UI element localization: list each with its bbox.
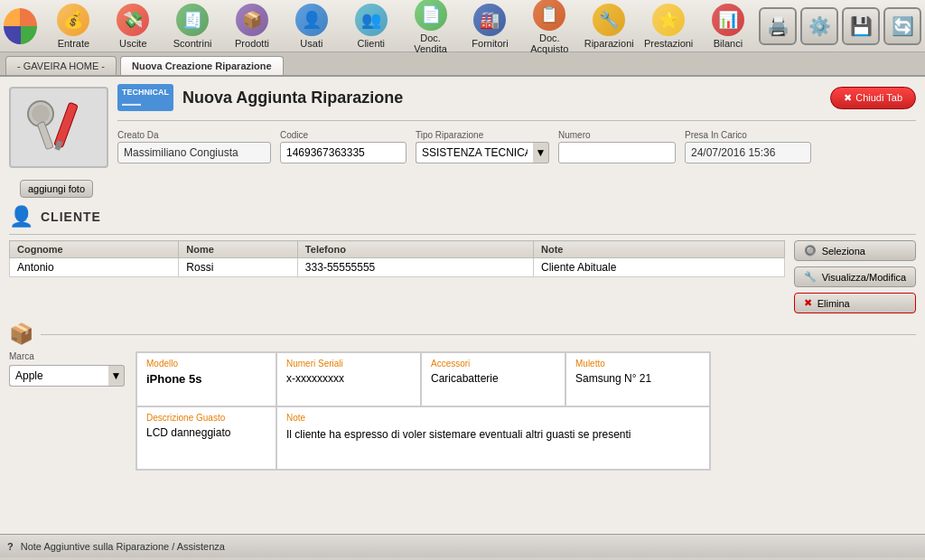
device-icon: 📦 xyxy=(9,322,33,346)
marca-dropdown-btn[interactable]: ▼ xyxy=(108,365,125,387)
add-photo-button[interactable]: aggiungi foto xyxy=(20,180,93,198)
tipo-riparazione-input[interactable] xyxy=(416,142,533,163)
technical-sub: ▬▬▬ xyxy=(122,99,169,109)
device-fields-grid: Modello iPhone 5s Numeri Seriali x-xxxxx… xyxy=(135,351,711,471)
note-cell: Note Il cliente ha espresso di voler sis… xyxy=(276,406,710,470)
print-button[interactable]: 🖨️ xyxy=(759,7,797,45)
riparazioni-label: Riparazioni xyxy=(584,38,634,49)
col-note: Note xyxy=(533,241,784,258)
seleziona-icon: 🔘 xyxy=(804,245,817,257)
wrench-screwdriver-icon xyxy=(23,96,95,159)
scontrini-label: Scontrini xyxy=(173,38,212,49)
save-button[interactable]: 💾 xyxy=(842,7,880,45)
toolbar-btn-entrate[interactable]: 💰 Entrate xyxy=(44,0,102,52)
close-tab-btn[interactable]: ✖ Chiudi Tab xyxy=(830,87,916,109)
entrate-label: Entrate xyxy=(58,38,89,49)
muletto-value: Samsung N° 21 xyxy=(575,372,700,385)
modello-value: iPhone 5s xyxy=(146,372,266,386)
uscite-icon: 💸 xyxy=(117,4,149,36)
note-value: Il cliente ha espresso di voler sistemar… xyxy=(286,426,700,443)
muletto-label: Muletto xyxy=(575,359,700,369)
presa-in-carico-label: Presa In Carico xyxy=(685,130,811,140)
tab-nuova-riparazione[interactable]: Nuova Creazione Riparazione xyxy=(120,56,284,75)
accessori-value: Caricabatterie xyxy=(431,372,556,385)
photo-section: aggiungi foto xyxy=(13,180,916,198)
visualizza-icon: 🔧 xyxy=(804,271,817,283)
clienti-label: Clienti xyxy=(357,38,385,49)
creato-da-input[interactable] xyxy=(117,142,271,163)
main-content: TECHNICAL ▬▬▬ Nuova Aggiunta Riparazione… xyxy=(0,77,925,534)
cliente-icon: 👤 xyxy=(9,205,33,229)
form-title: Nuova Aggiunta Riparazione xyxy=(182,89,403,107)
cliente-table-wrapper: Cognome Nome Telefono Note Antonio Rossi… xyxy=(9,240,785,313)
toolbar-btn-uscite[interactable]: 💸 Uscite xyxy=(104,0,162,52)
toolbar-btn-clienti[interactable]: 👥 Clienti xyxy=(342,0,400,52)
prestazioni-icon: ⭐ xyxy=(652,4,685,36)
numero-label: Numero xyxy=(558,130,676,140)
presa-in-carico-group: Presa In Carico xyxy=(685,130,811,163)
toolbar: 💰 Entrate 💸 Uscite 🧾 Scontrini 📦 Prodott… xyxy=(0,0,925,52)
toolbar-btn-fornitori[interactable]: 🏭 Fornitori xyxy=(462,0,519,52)
codice-input[interactable] xyxy=(280,142,406,163)
app-logo xyxy=(4,8,37,44)
tipo-riparazione-group: Tipo Riparazione ▼ xyxy=(416,130,549,163)
bilanci-label: Bilanci xyxy=(714,38,743,49)
question-mark: ? xyxy=(7,541,14,552)
form-header-info: TECHNICAL ▬▬▬ Nuova Aggiunta Riparazione… xyxy=(117,84,916,171)
doc-acquisto-icon: 📋 xyxy=(533,0,565,31)
numeri-seriali-value: x-xxxxxxxxx xyxy=(286,372,411,385)
bilanci-icon: 📊 xyxy=(712,4,744,36)
entrate-icon: 💰 xyxy=(57,4,89,36)
presa-in-carico-input[interactable] xyxy=(685,142,811,163)
tab-home[interactable]: - GAVEIRA HOME - xyxy=(5,56,117,75)
marca-input[interactable] xyxy=(9,365,108,387)
tipo-riparazione-label: Tipo Riparazione xyxy=(416,130,549,140)
toolbar-btn-doc-acquisto[interactable]: 📋 Doc. Acquisto xyxy=(520,0,578,58)
settings-button[interactable]: ⚙️ xyxy=(800,7,838,45)
modello-cell: Modello iPhone 5s xyxy=(136,352,276,406)
fields-row: Creato Da Codice Tipo Riparazione ▼ Nume… xyxy=(117,130,916,163)
toolbar-btn-scontrini[interactable]: 🧾 Scontrini xyxy=(164,0,221,52)
svg-rect-2 xyxy=(37,122,53,150)
toolbar-btn-usati[interactable]: 👤 Usati xyxy=(283,0,341,52)
usati-icon: 👤 xyxy=(295,4,328,36)
prodotti-icon: 📦 xyxy=(236,4,268,36)
accessori-cell: Accessori Caricabatterie xyxy=(421,352,565,406)
descrizione-guasto-value: LCD danneggiato xyxy=(146,426,266,439)
note-label: Note xyxy=(286,413,700,423)
creato-da-group: Creato Da xyxy=(117,130,271,163)
numero-input[interactable] xyxy=(558,142,676,163)
creato-da-label: Creato Da xyxy=(117,130,271,140)
toolbar-btn-bilanci[interactable]: 📊 Bilanci xyxy=(699,0,757,52)
device-layout: Marca ▼ Modello iPhone 5s Numeri Seriali… xyxy=(9,351,916,471)
codice-label: Codice xyxy=(280,130,406,140)
usati-label: Usati xyxy=(300,38,322,49)
toolbar-right: 🖨️ ⚙️ 💾 🔄 xyxy=(759,7,921,45)
visualizza-modifica-button[interactable]: 🔧 Visualizza/Modifica xyxy=(794,266,916,287)
visualizza-label: Visualizza/Modifica xyxy=(822,272,906,283)
seleziona-button[interactable]: 🔘 Seleziona xyxy=(794,240,916,261)
refresh-button[interactable]: 🔄 xyxy=(883,7,921,45)
tipo-dropdown-btn[interactable]: ▼ xyxy=(533,142,549,163)
toolbar-btn-riparazioni[interactable]: 🔧 Riparazioni xyxy=(580,0,638,52)
toolbar-btn-prodotti[interactable]: 📦 Prodotti xyxy=(223,0,281,52)
bottom-bar: ? Note Aggiuntive sulla Riparazione / As… xyxy=(0,534,925,557)
device-divider xyxy=(41,334,916,335)
cell-note: Cliente Abituale xyxy=(533,258,784,277)
toolbar-btn-doc-vendita[interactable]: 📄 Doc. Vendita xyxy=(402,0,460,58)
numeri-seriali-cell: Numeri Seriali x-xxxxxxxxx xyxy=(276,352,421,406)
cliente-buttons: 🔘 Seleziona 🔧 Visualizza/Modifica ✖ Elim… xyxy=(794,240,916,313)
svg-point-1 xyxy=(32,105,50,123)
numeri-seriali-label: Numeri Seriali xyxy=(286,359,411,369)
clienti-icon: 👥 xyxy=(355,4,388,36)
tipo-riparazione-wrapper: ▼ xyxy=(416,142,549,163)
toolbar-btn-prestazioni[interactable]: ⭐ Prestazioni xyxy=(640,0,697,52)
elimina-button[interactable]: ✖ Elimina xyxy=(794,293,916,313)
close-tab-label: Chiudi Tab xyxy=(855,92,902,103)
header-divider xyxy=(117,120,916,121)
accessori-label: Accessori xyxy=(431,359,556,369)
cell-cognome: Antonio xyxy=(10,258,179,277)
descrizione-guasto-label: Descrizione Guasto xyxy=(146,413,266,423)
elimina-label: Elimina xyxy=(818,298,850,309)
col-cognome: Cognome xyxy=(10,241,179,258)
